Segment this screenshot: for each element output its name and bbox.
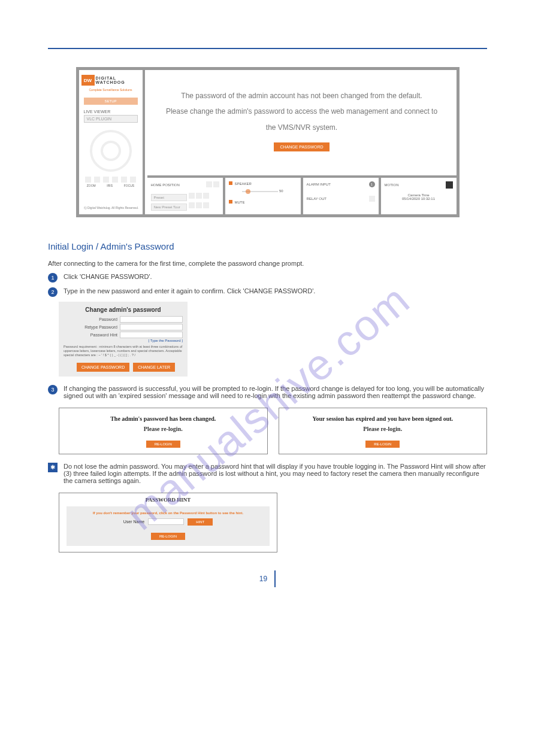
camera-ui-screenshot: DW DIGITAL WATCHDOG Complete Surveillanc… <box>76 67 460 217</box>
step-2-num: 2 <box>48 287 58 297</box>
note-text: Do not lose the admin password. You may … <box>64 463 487 484</box>
msg-line2: Please change the admin's password to ac… <box>166 104 437 119</box>
speaker-label: SPEAKER <box>235 182 252 186</box>
speaker-panel: SPEAKER 50 MUTE <box>225 178 301 214</box>
relogin2-line1: Your session has expired and you have be… <box>284 415 482 422</box>
step-3-text: If changing the password is successful, … <box>64 385 487 399</box>
step-2: 2 Type in the new password and enter it … <box>48 287 487 297</box>
step-1: 1 Click 'CHANGE PASSWORD'. <box>48 273 487 283</box>
zoom-minus[interactable] <box>85 177 91 183</box>
home-position-panel: HOME POSITION Preset New Preset Tour <box>147 178 223 214</box>
alarm-input-label: ALARM INPUT <box>307 183 331 186</box>
change-password-button[interactable]: CHANGE PASSWORD <box>274 142 329 151</box>
footer-bar <box>274 570 276 587</box>
preset-btn2[interactable] <box>196 193 202 199</box>
retype-label: Retype Password <box>64 325 117 329</box>
logo-line2: WATCHDOG <box>96 80 125 84</box>
logo-tagline: Complete Surveillance Solutions <box>81 88 140 92</box>
iris-label: IRIS <box>107 184 113 187</box>
relogin1-line1: The admin's password has been changed. <box>64 415 262 422</box>
hint-relogin-button[interactable]: RE-LOGIN <box>151 533 185 540</box>
hint-button[interactable]: HINT <box>188 518 213 526</box>
step-2-text: Type in the new password and enter it ag… <box>64 287 315 294</box>
zoom-plus[interactable] <box>94 177 100 183</box>
preset-btn1[interactable] <box>189 193 195 199</box>
focus-plus[interactable] <box>130 177 136 183</box>
preset-select[interactable]: Preset <box>151 194 187 201</box>
focus-minus[interactable] <box>121 177 127 183</box>
preset-btn3[interactable] <box>203 193 209 199</box>
msg-line3: the VMS/NVR system. <box>266 120 337 135</box>
dialog-title: Change admin's password <box>59 304 188 315</box>
hint-box-title: PASSWORD HINT <box>59 497 277 503</box>
mute-icon <box>229 200 232 204</box>
password-hint-box: PASSWORD HINT If you don't remember your… <box>59 493 277 552</box>
ptz-wheel[interactable] <box>90 130 132 172</box>
motion-label: MOTION <box>385 183 399 187</box>
live-viewer-label: LIVE VIEWER <box>84 110 138 114</box>
password-requirement: Password requirement : minimum 8 charact… <box>59 344 188 359</box>
tour-btn2[interactable] <box>196 202 202 208</box>
focus-label: FOCUS <box>124 184 135 187</box>
step-3: 3 If changing the password is successful… <box>48 385 487 399</box>
home-run-button[interactable] <box>213 181 219 187</box>
copyright: ⓒ Digital Watchdog. All Rights Reserved. <box>81 206 140 210</box>
logo-mark: DW <box>81 75 95 86</box>
change-later-button[interactable]: CHANGE LATER <box>133 363 175 372</box>
ptz-small-buttons <box>81 177 140 183</box>
step-3-num: 3 <box>48 385 58 394</box>
preset-tour-select[interactable]: New Preset Tour <box>151 204 187 211</box>
hint-input[interactable] <box>120 332 183 338</box>
retype-input[interactable] <box>120 324 183 330</box>
relogin2-button[interactable]: RE-LOGIN <box>365 441 400 448</box>
section-title: Initial Login / Admin's Password <box>48 241 487 251</box>
note: ✱ Do not lose the admin password. You ma… <box>48 463 487 484</box>
speaker-icon <box>229 181 232 185</box>
msg-line1: The password of the admin account has no… <box>181 88 422 104</box>
page-footer: 19 <box>48 570 487 587</box>
change-password-submit[interactable]: CHANGE PASSWORD <box>77 363 129 372</box>
message-area: The password of the admin account has no… <box>147 70 457 175</box>
tour-btn3[interactable] <box>203 202 209 208</box>
zoom-label: ZOOM <box>87 184 96 187</box>
relay-out-label: RELAY OUT <box>307 197 327 201</box>
relogin2-line2: Please re-login. <box>284 426 482 432</box>
logo-line1: DIGITAL <box>96 76 125 80</box>
step-1-num: 1 <box>48 273 58 283</box>
type-password-link[interactable]: [ Type the Password ] <box>59 339 188 344</box>
page-number: 19 <box>259 575 267 583</box>
relay-toggle[interactable] <box>369 196 375 202</box>
step-1-text: Click 'CHANGE PASSWORD'. <box>64 273 152 280</box>
logo: DW DIGITAL WATCHDOG <box>81 75 140 86</box>
hint-label: Password Hint <box>64 333 117 337</box>
change-password-dialog: Change admin's password Password Retype … <box>59 302 188 376</box>
setup-button[interactable]: SETUP <box>84 98 138 105</box>
speaker-slider[interactable] <box>242 191 278 192</box>
password-input[interactable] <box>120 316 183 323</box>
intro-text: After connecting to the camera for the f… <box>48 260 487 267</box>
relogin-box-expired: Your session has expired and you have be… <box>279 408 488 454</box>
alarm-panel: ALARM INPUT 1 RELAY OUT <box>303 178 379 214</box>
relogin-boxes: The admin's password has been changed. P… <box>59 408 487 454</box>
username-label: User Name <box>123 520 144 524</box>
username-input[interactable] <box>148 518 184 525</box>
speaker-value: 50 <box>279 189 283 193</box>
motion-icon <box>446 181 453 189</box>
home-position-label: HOME POSITION <box>151 183 180 187</box>
alarm-badge: 1 <box>369 181 375 187</box>
hint-box-warn: If you don't remember your password, cli… <box>71 511 265 515</box>
password-label: Password <box>64 317 117 321</box>
tour-btn1[interactable] <box>189 202 195 208</box>
motion-panel: MOTION Camera Time 05/14/2020 10:32:11 <box>381 178 457 214</box>
relogin1-line2: Please re-login. <box>64 426 262 432</box>
camera-time-value: 05/14/2020 10:32:11 <box>385 197 453 201</box>
iris-minus[interactable] <box>103 177 109 183</box>
relogin1-button[interactable]: RE-LOGIN <box>146 441 180 448</box>
relogin-box-changed: The admin's password has been changed. P… <box>59 408 268 454</box>
mute-label: MUTE <box>235 201 245 204</box>
iris-plus[interactable] <box>112 177 118 183</box>
home-set-button[interactable] <box>206 181 212 187</box>
plugin-select[interactable]: VLC PLUGIN <box>84 115 138 123</box>
note-icon: ✱ <box>48 463 58 472</box>
left-sidebar: DW DIGITAL WATCHDOG Complete Surveillanc… <box>79 70 145 214</box>
